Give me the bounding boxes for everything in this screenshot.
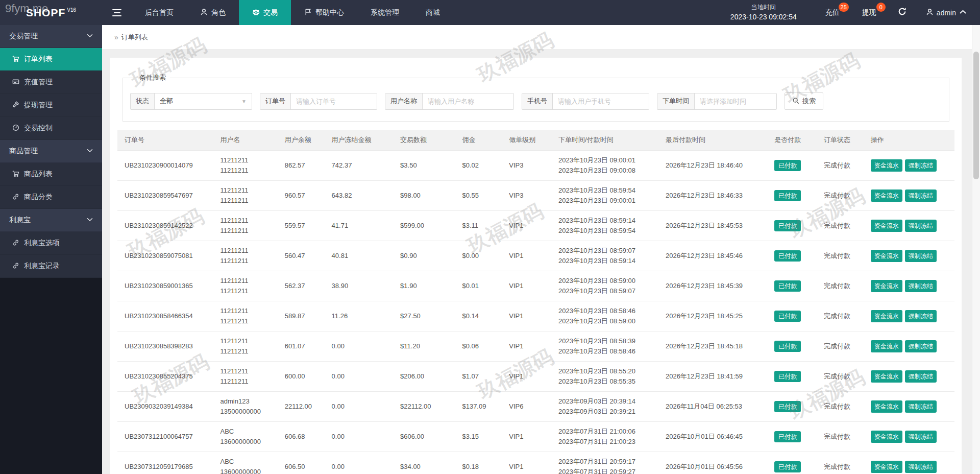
menu-item-roles[interactable]: 角色 bbox=[187, 0, 239, 25]
cell-order-status: 完成付款 bbox=[820, 181, 867, 211]
cell-balance: 22112.00 bbox=[281, 392, 328, 422]
sidebar-group-interest[interactable]: 利息宝 bbox=[0, 209, 102, 232]
cell-amount: $98.00 bbox=[396, 181, 458, 211]
order-time-input[interactable] bbox=[695, 93, 776, 109]
menu-item-dashboard[interactable]: 后台首页 bbox=[132, 0, 187, 25]
force-freeze-button[interactable]: 强制冻结 bbox=[905, 431, 937, 443]
sidebar-group-trade[interactable]: 交易管理 bbox=[0, 25, 102, 48]
pay-time-line: 2023年10月23日 08:55:35 bbox=[558, 376, 657, 387]
refresh-button[interactable] bbox=[888, 7, 917, 18]
sidebar-item-order-list[interactable]: 订单列表 bbox=[0, 48, 102, 71]
paid-badge: 已付款 bbox=[774, 190, 801, 201]
cell-order-pay-time: 2023年07月31日 20:59:17 2023年07月31日 20:59:2… bbox=[554, 452, 662, 474]
order-time-filter-group: 下单时间 bbox=[657, 93, 777, 110]
sidebar-item-interest-options[interactable]: 利息宝选项 bbox=[0, 232, 102, 255]
cell-frozen: 0.00 bbox=[328, 422, 396, 452]
fund-flow-button[interactable]: 资金流水 bbox=[871, 461, 902, 473]
cell-commission: $1.07 bbox=[458, 362, 505, 392]
paid-badge: 已付款 bbox=[774, 341, 801, 352]
fund-flow-button[interactable]: 资金流水 bbox=[871, 189, 902, 202]
cell-amount: $22112.00 bbox=[396, 392, 458, 422]
paid-badge: 已付款 bbox=[774, 401, 801, 412]
order-no-input[interactable] bbox=[291, 93, 377, 109]
sidebar-toggle-button[interactable] bbox=[102, 0, 132, 25]
fund-flow-button[interactable]: 资金流水 bbox=[871, 159, 902, 172]
force-freeze-button[interactable]: 强制冻结 bbox=[905, 280, 937, 292]
user-phone-line: 11211211 bbox=[220, 376, 277, 387]
cell-balance: 601.07 bbox=[281, 331, 328, 362]
sidebar-group-goods[interactable]: 商品管理 bbox=[0, 140, 102, 163]
order-table: 订单号 用户名 用户余额 用户冻结金额 交易数额 佣金 做单级别 下单时间/付款… bbox=[117, 130, 954, 474]
fund-flow-button[interactable]: 资金流水 bbox=[871, 220, 902, 232]
fund-flow-button[interactable]: 资金流水 bbox=[871, 400, 902, 413]
cell-frozen: 0.00 bbox=[328, 331, 396, 362]
sidebar-item-interest-records[interactable]: 利息宝记录 bbox=[0, 255, 102, 278]
col-commission: 佣金 bbox=[458, 130, 505, 151]
user-phone-line: 13500000000 bbox=[220, 407, 277, 417]
sidebar-item-goods-category[interactable]: 商品分类 bbox=[0, 186, 102, 209]
sidebar-item-label: 商品列表 bbox=[24, 170, 53, 179]
cell-user: 11211211 11211211 bbox=[216, 181, 281, 211]
sidebar-item-goods-list[interactable]: 商品列表 bbox=[0, 163, 102, 186]
cell-order-pay-time: 2023年10月23日 08:59:14 2023年10月23日 08:59:5… bbox=[554, 211, 662, 241]
force-freeze-button[interactable]: 强制冻结 bbox=[905, 310, 937, 322]
force-freeze-button[interactable]: 强制冻结 bbox=[905, 400, 937, 413]
cell-order-pay-time: 2023年07月31日 21:00:06 2023年07月31日 21:00:2… bbox=[554, 422, 662, 452]
status-select[interactable]: 全部 ▼ bbox=[155, 93, 252, 109]
cell-commission: $0.55 bbox=[458, 181, 505, 211]
force-freeze-button[interactable]: 强制冻结 bbox=[905, 220, 937, 232]
fund-flow-button[interactable]: 资金流水 bbox=[871, 431, 902, 443]
force-freeze-button[interactable]: 强制冻结 bbox=[905, 189, 937, 202]
page-title: 订单列表 bbox=[121, 33, 148, 42]
fund-flow-button[interactable]: 资金流水 bbox=[871, 370, 902, 383]
cell-user: ABC 13600000000 bbox=[216, 422, 281, 452]
cell-actions: 资金流水强制冻结 bbox=[867, 331, 954, 362]
cell-commission: $3.15 bbox=[458, 422, 505, 452]
cell-order-pay-time: 2023年10月23日 08:58:39 2023年10月23日 08:58:4… bbox=[554, 331, 662, 362]
withdraw-link[interactable]: 提现 0 bbox=[851, 0, 888, 25]
cell-order-status: 完成付款 bbox=[820, 241, 867, 271]
fund-flow-button[interactable]: 资金流水 bbox=[871, 280, 902, 292]
cell-actions: 资金流水强制冻结 bbox=[867, 422, 954, 452]
username-input[interactable] bbox=[423, 93, 513, 109]
cell-frozen: 38.90 bbox=[328, 271, 396, 301]
cell-paid: 已付款 bbox=[770, 241, 820, 271]
menu-item-trade[interactable]: 交易 bbox=[239, 0, 291, 25]
table-row: UB2310230859001365 11211211 11211211 562… bbox=[117, 271, 954, 301]
phone-input[interactable] bbox=[553, 93, 649, 109]
cell-actions: 资金流水强制冻结 bbox=[867, 271, 954, 301]
sidebar-item-label: 充值管理 bbox=[24, 78, 53, 87]
scrollbar-thumb[interactable] bbox=[973, 52, 979, 179]
cell-order-no: UB2310230858398283 bbox=[117, 331, 216, 362]
force-freeze-button[interactable]: 强制冻结 bbox=[905, 370, 937, 383]
breadcrumb-arrows-icon: » bbox=[114, 33, 117, 41]
cell-balance: 600.00 bbox=[281, 362, 328, 392]
fund-flow-button[interactable]: 资金流水 bbox=[871, 340, 902, 352]
cell-order-pay-time: 2023年10月23日 08:55:20 2023年10月23日 08:55:3… bbox=[554, 362, 662, 392]
user-phone-line: 11211211 bbox=[220, 196, 277, 206]
force-freeze-button[interactable]: 强制冻结 bbox=[905, 461, 937, 473]
vertical-scrollbar[interactable] bbox=[972, 25, 980, 474]
pay-time-line: 2023年10月23日 08:59:00 bbox=[558, 316, 657, 326]
col-balance: 用户余额 bbox=[281, 130, 328, 151]
sidebar-item-trade-control[interactable]: 交易控制 bbox=[0, 117, 102, 140]
user-icon bbox=[926, 8, 934, 17]
user-menu[interactable]: admin bbox=[917, 8, 980, 17]
sidebar-item-recharge[interactable]: 充值管理 bbox=[0, 71, 102, 94]
fund-flow-button[interactable]: 资金流水 bbox=[871, 310, 902, 322]
search-button[interactable]: 搜索 bbox=[785, 92, 823, 110]
menu-item-mall[interactable]: 商城 bbox=[412, 0, 453, 25]
force-freeze-button[interactable]: 强制冻结 bbox=[905, 340, 937, 352]
sidebar-item-label: 商品分类 bbox=[24, 193, 53, 202]
force-freeze-button[interactable]: 强制冻结 bbox=[905, 250, 937, 262]
sidebar-item-withdraw[interactable]: 提现管理 bbox=[0, 94, 102, 117]
user-phone-line: 11211211 bbox=[220, 256, 277, 266]
force-freeze-button[interactable]: 强制冻结 bbox=[905, 159, 937, 172]
menu-item-system[interactable]: 系统管理 bbox=[357, 0, 412, 25]
fund-flow-button[interactable]: 资金流水 bbox=[871, 250, 902, 262]
logo-text: SHOPF bbox=[26, 7, 65, 19]
menu-item-help-center[interactable]: 帮助中心 bbox=[291, 0, 357, 25]
order-time-line: 2023年07月31日 21:00:06 bbox=[558, 426, 657, 437]
recharge-link[interactable]: 充值 25 bbox=[814, 0, 851, 25]
order-status-text: 完成付款 bbox=[824, 222, 850, 229]
